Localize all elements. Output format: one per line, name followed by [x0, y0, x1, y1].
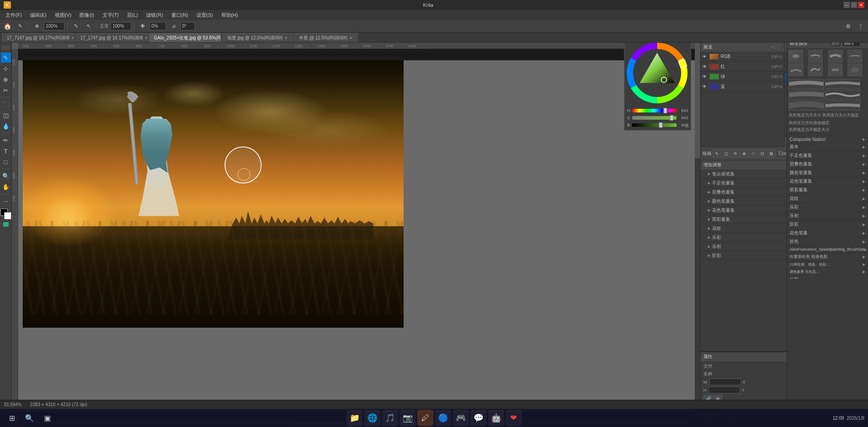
pan-tool-btn[interactable]: ✋ [1, 182, 11, 192]
channels-icon-1[interactable]: + [770, 45, 773, 49]
right-scrollbar[interactable] [695, 43, 700, 427]
color-picker-btn[interactable]: ✤ [137, 21, 148, 31]
taskbar-explorer[interactable]: 📁 [346, 410, 363, 426]
crop-tool-btn[interactable]: ✂ [1, 85, 11, 95]
menu-help[interactable]: 帮助(H) [218, 11, 242, 19]
channel-blue[interactable]: 👁 蓝 Ctrl+4 [701, 82, 784, 92]
channel-red-eye[interactable]: 👁 [702, 64, 708, 69]
taskbar-photo[interactable]: 📷 [400, 410, 416, 426]
brush-preset-1[interactable] [789, 50, 803, 63]
brush-opt-4[interactable]: ⊕ [740, 150, 748, 158]
channel-rgb[interactable]: 👁 RGB Ctrl+1 [701, 52, 784, 62]
tab-0[interactable]: 17_7147.jpg @ 16.17%(RGB/8 ✕ [2, 33, 74, 42]
brush-cat-glow[interactable]: 荣彩量集 ▶ [787, 186, 868, 194]
new-btn[interactable]: ✎ [15, 21, 25, 31]
brush-stroke-wide-5[interactable] [789, 101, 824, 111]
taskbar-krita[interactable]: 🖊 [417, 410, 434, 426]
taskbar-wechat[interactable]: 💬 [470, 410, 487, 426]
slider-h-thumb[interactable] [663, 108, 667, 113]
brush-opt-2[interactable]: ◫ [722, 150, 730, 158]
brush-stroke-wide-3[interactable] [789, 90, 824, 100]
brush-cat-texture[interactable]: 花色笔量集 ▶ [787, 177, 868, 186]
channels-icon-3[interactable]: ⋮ [777, 45, 781, 49]
brush-preset-4[interactable] [848, 50, 862, 63]
taskbar-android[interactable]: 🤖 [488, 410, 504, 426]
brush-cat-ink[interactable]: 折色 ▶ [787, 238, 868, 246]
brush-opt-7[interactable]: ⊠ [767, 150, 775, 158]
brush-preset-3[interactable] [828, 50, 843, 63]
brush-preset-5[interactable] [789, 63, 803, 76]
color-panel-expand[interactable]: ⊞ [685, 124, 689, 128]
maximize-btn[interactable]: □ [851, 2, 857, 8]
brush-stroke-wide-6[interactable] [825, 101, 860, 111]
brush-cat-21[interactable]: 21种绘画、线条、色彩... ▶ [787, 261, 868, 268]
tab-4[interactable]: 半景 @ 12.5%(RGB/8#) ✕ [294, 33, 357, 42]
angle-btn[interactable]: ⊿ [168, 21, 179, 31]
shape-tool-btn[interactable]: □ [1, 157, 11, 167]
tool-brush[interactable]: ✎ [70, 21, 81, 31]
slider-s-track[interactable] [632, 116, 677, 120]
brush-cat-leaf[interactable]: 乐彩 ▶ [787, 203, 868, 212]
brush-cat-style[interactable]: 调色效果 元化流... ▶ [787, 268, 868, 276]
zoom-input[interactable] [44, 22, 64, 30]
color-wheel-area[interactable]: ⊞ [624, 40, 691, 107]
tab-1[interactable]: 17_1747.jpg @ 16.17%(RGB/8 ✕ [75, 33, 148, 42]
fill-tool-btn[interactable]: ⬛ [1, 99, 11, 109]
menu-edit[interactable]: 编辑(E) [26, 11, 50, 19]
home-btn[interactable]: 🏠 [2, 21, 13, 31]
more-tools-btn[interactable]: ··· [1, 196, 11, 206]
slider-b-thumb[interactable] [659, 122, 663, 128]
tool-cursor[interactable]: ↖ [83, 21, 94, 31]
tab-2[interactable]: GAIo_2925+生笔.jpg @ 53.6%(RGB/8) ✕ [149, 33, 221, 42]
color-wheel-svg[interactable] [626, 42, 688, 104]
brush-stroke-wide-4[interactable] [825, 90, 860, 100]
win-start-btn[interactable]: ⊞ [4, 410, 20, 426]
brush-opt-6[interactable]: ⊡ [758, 150, 766, 158]
brush-cat-sketch[interactable]: 阶彩 ▶ [787, 220, 868, 229]
composite-nation-row[interactable]: Composite Nation ▶ [787, 136, 868, 143]
brush-preset-2[interactable] [808, 50, 823, 63]
brush-opt-1[interactable]: ✎ [713, 150, 721, 158]
brush-cat-music[interactable]: 乐彩 ▶ [787, 276, 868, 279]
brush-cat-vector[interactable]: 向量形松色 绘画色彩 ▶ [787, 253, 868, 261]
brush-preset-8[interactable] [848, 63, 862, 76]
taskbar-music2[interactable]: 🎮 [453, 410, 469, 426]
menu-image[interactable]: 图像(I) [76, 11, 98, 19]
channels-icon-2[interactable]: □ [774, 45, 776, 49]
channel-rgb-eye[interactable]: 👁 [702, 54, 708, 59]
zoom-tool-btn[interactable]: 🔍 [1, 171, 11, 181]
brush-opt-5[interactable]: □ [749, 150, 757, 158]
channel-green[interactable]: 👁 绿 Ctrl+3 [701, 72, 784, 82]
slider-h-track[interactable] [632, 109, 677, 112]
menu-text[interactable]: 文字(T) [99, 11, 122, 19]
menu-settings[interactable]: 设置(S) [193, 11, 217, 19]
slider-b-track[interactable] [632, 123, 677, 127]
brush-cat-size[interactable]: 颜色笔量集 ▶ [787, 169, 868, 177]
brush-opacity-input[interactable] [111, 22, 131, 30]
brush-opt-3[interactable]: ⟲ [731, 150, 739, 158]
win-search-btn[interactable]: 🔍 [21, 410, 38, 426]
tab-close-0[interactable]: ✕ [71, 36, 74, 40]
tab-close-3[interactable]: ✕ [284, 36, 288, 40]
canvas-viewport[interactable] [18, 49, 700, 422]
transform-tool-btn[interactable]: ⊕ [1, 74, 11, 84]
channel-red[interactable]: 👁 红 Ctrl+2 [701, 62, 784, 72]
brush-cat-foliage[interactable]: 乐初 ▶ [787, 212, 868, 220]
brush-cat-pattern[interactable]: 花纹 ▶ [787, 194, 868, 203]
menu-layer[interactable]: 层(L) [123, 11, 141, 19]
brush-cat-watercolor[interactable]: 花色笔量 ▶ [787, 229, 868, 238]
canvas-area[interactable]: 100 200 300 400 500 600 700 800 900 1000… [12, 43, 700, 427]
bg-color-swatch[interactable] [4, 212, 11, 219]
taskbar-media[interactable]: 🎵 [382, 410, 398, 426]
menu-file[interactable]: 文件(F) [2, 11, 25, 19]
channel-blue-eye[interactable]: 👁 [702, 84, 708, 89]
tool-transform[interactable]: ⊕ [31, 21, 42, 31]
text-tool-btn[interactable]: T [1, 146, 11, 156]
brush-preset-7[interactable] [828, 63, 843, 76]
brush-stroke-wide-2[interactable] [825, 79, 860, 89]
angle-input[interactable] [180, 22, 195, 30]
close-btn[interactable]: ✕ [858, 2, 864, 8]
slider-s-thumb[interactable] [670, 115, 673, 121]
brush-cat-color[interactable]: 不足色量集 ▶ [787, 151, 868, 160]
taskbar-store[interactable]: 🔵 [435, 410, 451, 426]
